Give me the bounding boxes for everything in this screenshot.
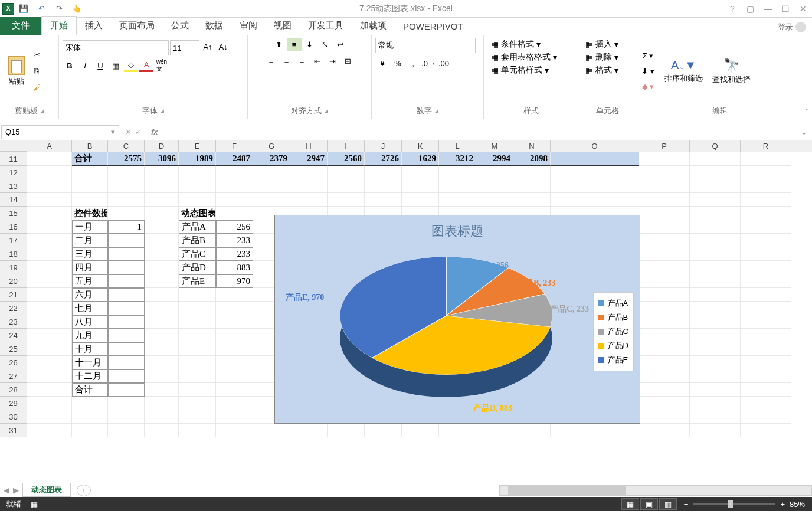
cell[interactable] [108, 207, 145, 220]
cell[interactable] [179, 369, 216, 383]
format-cells-button[interactable]: ▦格式 ▾ [582, 64, 633, 77]
cell[interactable] [639, 329, 690, 342]
cell[interactable] [690, 152, 741, 166]
cell[interactable]: 动态图表数据 [179, 207, 216, 220]
cell[interactable] [639, 220, 690, 234]
cell[interactable] [179, 329, 216, 342]
cell[interactable] [27, 410, 72, 424]
cell[interactable] [639, 424, 690, 437]
cell[interactable] [27, 207, 72, 220]
increase-decimal-icon[interactable]: .0→ [421, 57, 436, 70]
cell[interactable] [179, 315, 216, 329]
row-header[interactable]: 16 [0, 220, 27, 234]
cell[interactable] [741, 369, 791, 383]
cell[interactable] [27, 166, 72, 179]
cell[interactable] [513, 424, 551, 437]
cell[interactable] [690, 179, 741, 193]
ribbon-display-icon[interactable]: ▢ [741, 1, 759, 17]
cell[interactable] [216, 315, 253, 329]
clear-icon[interactable]: ◆ ▾ [641, 80, 655, 93]
cell[interactable] [690, 329, 741, 342]
tab-view[interactable]: 视图 [266, 17, 300, 35]
cell[interactable]: 十一月 [72, 356, 108, 369]
cell[interactable] [145, 207, 179, 220]
cell[interactable] [690, 261, 741, 274]
col-header-E[interactable]: E [179, 140, 216, 152]
cell[interactable]: 2726 [365, 152, 402, 166]
cell[interactable] [328, 424, 365, 437]
cell[interactable] [27, 247, 72, 261]
cell[interactable] [108, 288, 145, 302]
col-header-J[interactable]: J [365, 140, 402, 152]
cell[interactable]: 二月 [72, 234, 108, 247]
table-format-button[interactable]: ▦套用表格格式 ▾ [487, 51, 574, 64]
cell[interactable] [27, 383, 72, 397]
cell[interactable] [179, 410, 216, 424]
tab-addins[interactable]: 加载项 [352, 17, 395, 35]
cell[interactable] [639, 166, 690, 179]
cell[interactable]: 970 [216, 274, 253, 288]
cell[interactable] [145, 288, 179, 302]
col-header-A[interactable]: A [27, 140, 72, 152]
cell[interactable] [145, 234, 179, 247]
login-link[interactable]: 登录 [772, 19, 812, 35]
minimize-icon[interactable]: — [759, 1, 777, 17]
cell[interactable] [741, 247, 791, 261]
cell[interactable] [27, 152, 72, 166]
tab-review[interactable]: 审阅 [231, 17, 266, 35]
cell[interactable] [690, 234, 741, 247]
cell[interactable] [108, 342, 145, 356]
cell[interactable] [216, 342, 253, 356]
cell[interactable] [639, 179, 690, 193]
cell[interactable] [145, 166, 179, 179]
cell[interactable]: 三月 [72, 247, 108, 261]
row-header[interactable]: 18 [0, 247, 27, 261]
cell[interactable] [27, 329, 72, 342]
cell[interactable] [439, 193, 476, 207]
tab-insert[interactable]: 插入 [77, 17, 111, 35]
cell[interactable] [145, 247, 179, 261]
cell[interactable] [690, 302, 741, 315]
col-header-N[interactable]: N [513, 140, 551, 152]
cell[interactable]: 2487 [216, 152, 253, 166]
cell[interactable] [639, 383, 690, 397]
cell[interactable] [216, 288, 253, 302]
comma-icon[interactable]: , [406, 57, 420, 70]
cell[interactable] [328, 179, 365, 193]
cell[interactable] [179, 288, 216, 302]
col-header-C[interactable]: C [108, 140, 145, 152]
cell[interactable]: 233 [216, 247, 253, 261]
cell[interactable]: 六月 [72, 288, 108, 302]
cell[interactable] [690, 356, 741, 369]
cell[interactable] [402, 166, 439, 179]
percent-icon[interactable]: % [391, 57, 405, 70]
cell[interactable] [741, 261, 791, 274]
bold-button[interactable]: B [63, 59, 77, 72]
cell[interactable] [72, 179, 108, 193]
cell[interactable] [476, 179, 513, 193]
cell[interactable]: 产品E [179, 274, 216, 288]
col-header-M[interactable]: M [476, 140, 513, 152]
cell[interactable] [145, 179, 179, 193]
cell[interactable] [179, 356, 216, 369]
cell[interactable] [690, 383, 741, 397]
cell[interactable] [551, 424, 639, 437]
cell[interactable] [290, 193, 328, 207]
cell[interactable] [290, 166, 328, 179]
cell[interactable] [690, 166, 741, 179]
cell[interactable] [290, 179, 328, 193]
cell[interactable] [402, 179, 439, 193]
cell[interactable] [365, 166, 402, 179]
cell[interactable]: 256 [216, 220, 253, 234]
cell[interactable] [27, 397, 72, 410]
row-header[interactable]: 28 [0, 383, 27, 397]
cell[interactable] [216, 356, 253, 369]
cell[interactable] [216, 383, 253, 397]
cell[interactable] [216, 193, 253, 207]
cell[interactable]: 1989 [179, 152, 216, 166]
cell[interactable] [145, 220, 179, 234]
fill-color-icon[interactable]: ◇ [124, 59, 138, 72]
format-painter-icon[interactable]: 🖌 [30, 81, 44, 94]
paste-button[interactable]: 粘贴 [4, 54, 30, 89]
cell[interactable] [108, 329, 145, 342]
